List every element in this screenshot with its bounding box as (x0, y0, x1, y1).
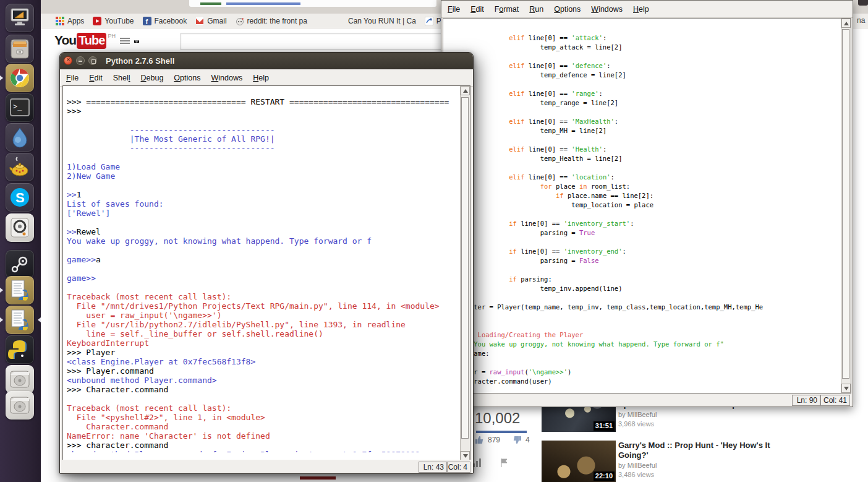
code-line (446, 265, 841, 275)
code-line: if parsing: (446, 275, 841, 284)
editor-scrollbar[interactable] (841, 19, 851, 393)
maximize-button[interactable] (88, 56, 97, 65)
video-title-link[interactable]: Garry's Mod :: Prop Hunt - 'Hey How's It… (618, 441, 774, 460)
code-line: cter = Player(temp_name, temp_inv, temp_… (446, 303, 841, 312)
code-line: >>> (67, 106, 461, 116)
minimize-button[interactable] (76, 56, 85, 65)
svg-text:>_: >_ (13, 102, 22, 111)
editor-code[interactable]: elif line[0] == 'attack': temp_attack = … (443, 25, 841, 387)
menu-options[interactable]: Options (174, 74, 200, 82)
code-line: File "/mnt/drives1/Python Projects/Text … (67, 301, 461, 311)
code-line: <class Engine.Player at 0x7fec568f13f8> (67, 357, 461, 366)
bookmark-reddit[interactable]: reddit: the front pa (236, 17, 307, 25)
menu-debug[interactable]: Debug (141, 74, 164, 82)
menu-run[interactable]: Run (529, 5, 543, 14)
scroll-up-arrow[interactable] (841, 19, 851, 28)
code-line (67, 283, 461, 292)
bookmark-canyourunit[interactable]: Can You RUN It | Ca (348, 17, 416, 25)
code-line (67, 394, 461, 403)
shell-scrollbar[interactable] (460, 86, 470, 460)
steam-icon[interactable] (6, 250, 34, 278)
video-author[interactable]: by MillBeeful (618, 411, 779, 418)
scroll-down-arrow[interactable] (841, 384, 851, 393)
menu-windows[interactable]: Windows (211, 74, 242, 82)
code-line: ['Rewel'] (67, 209, 461, 218)
bookmark-youtube[interactable]: YouTube (93, 17, 134, 25)
bookmark-apps[interactable]: Apps (56, 17, 84, 25)
close-button[interactable] (64, 56, 72, 65)
code-line (446, 210, 841, 219)
code-line (446, 108, 841, 117)
shell-output[interactable]: >>> ================================= RE… (63, 94, 461, 452)
menu-help[interactable]: Help (633, 5, 649, 14)
menu-file[interactable]: File (66, 74, 79, 82)
thumbs-up-icon[interactable] (475, 436, 484, 444)
code-line: if place.name == line[2]: (446, 191, 841, 200)
code-line (446, 136, 841, 145)
scrollbar-thumb[interactable] (461, 97, 469, 439)
idle1-running-indicator (0, 288, 3, 293)
code-line: parsing = True (446, 228, 841, 238)
code-line (67, 264, 461, 273)
search-input[interactable] (181, 33, 442, 50)
code-line: temp_Health = line[2] (446, 154, 841, 163)
google-chrome-icon[interactable] (6, 64, 34, 92)
audio-player-icon[interactable] (6, 213, 34, 242)
guide-menu-icon[interactable] (120, 37, 138, 46)
skype-icon[interactable]: S (6, 183, 34, 212)
code-line: ------------------------------ (67, 125, 461, 134)
hard-drive-1-icon[interactable] (6, 365, 34, 394)
menu-options[interactable]: Options (554, 5, 581, 14)
ph-favicon (425, 17, 433, 25)
file-archive-icon[interactable] (6, 35, 34, 63)
bookmark-apps-label: Apps (67, 17, 84, 25)
python-icon[interactable] (6, 335, 34, 364)
deluge-icon[interactable] (6, 123, 34, 152)
idle-document-2-icon[interactable] (6, 306, 34, 334)
terminal-icon[interactable]: >_ (6, 93, 34, 122)
menu-format[interactable]: Format (495, 5, 519, 14)
display-settings-icon[interactable] (6, 4, 34, 32)
scroll-down-arrow[interactable] (461, 451, 470, 460)
code-line: temp_attack = line[2] (446, 43, 841, 52)
address-bar-sliver[interactable] (189, 0, 436, 7)
menu-file[interactable]: File (448, 5, 460, 14)
youtube-logo[interactable]: YouTubePH (54, 33, 116, 49)
bookmark-overflow-text[interactable]: na (857, 16, 865, 25)
code-line: >>1 (67, 190, 461, 199)
like-dislike-row: 879 4 (475, 436, 530, 444)
code-line (446, 52, 841, 61)
code-line: <bound method Player.command of <Engine.… (67, 450, 461, 452)
facebook-favicon: f (143, 17, 151, 25)
editor-text-area[interactable]: elif line[0] == 'attack': temp_attack = … (443, 18, 851, 394)
menu-edit[interactable]: Edit (470, 5, 484, 14)
code-line (446, 163, 841, 173)
menu-help[interactable]: Help (253, 74, 269, 82)
hard-drive-2-icon[interactable] (6, 391, 34, 420)
scroll-up-arrow[interactable] (461, 86, 470, 95)
code-line: elif line[0] == 'Health': (446, 145, 841, 154)
unity-launcher: >_ S (0, 0, 41, 482)
suggested-video-2-meta: Garry's Mod :: Prop Hunt - 'Hey How's It… (618, 441, 779, 478)
idle-document-1-icon[interactable] (6, 276, 34, 304)
video-author[interactable]: by MillBeeful (618, 462, 779, 469)
shell-title-bar[interactable]: Python 2.7.6 Shell (60, 53, 473, 69)
flag-icon[interactable] (500, 458, 509, 468)
code-line: You wake up groggy, not knowing what hap… (67, 236, 461, 246)
menu-shell[interactable]: Shell (113, 74, 130, 82)
thumbs-down-icon[interactable] (513, 436, 522, 444)
editor-status-bar: Ln: 90 Col: 41 (441, 394, 853, 407)
code-line (67, 218, 461, 227)
shell-text-area[interactable]: >>> ================================= RE… (62, 85, 470, 461)
menu-edit[interactable]: Edit (89, 74, 103, 82)
suggested-video-2-thumbnail[interactable]: 22:10 (542, 441, 616, 482)
stats-icon[interactable] (472, 458, 482, 468)
scrollbar-thumb[interactable] (842, 29, 849, 379)
code-line: game>> (67, 273, 461, 283)
dosbox-icon[interactable] (6, 153, 34, 181)
bookmark-facebook[interactable]: f Facebook (143, 17, 187, 25)
svg-text:S: S (15, 190, 25, 205)
menu-windows[interactable]: Windows (591, 5, 623, 14)
bookmark-gmail[interactable]: Gmail (195, 17, 226, 25)
desktop: >_ S (0, 0, 868, 482)
